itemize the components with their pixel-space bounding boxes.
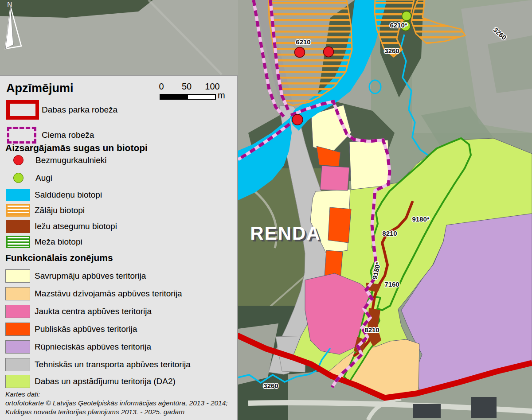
scalebar-unit: m	[218, 90, 225, 101]
grassland-swatch	[6, 204, 30, 217]
legend-item-invertebrates: Bezmugurkaulnieki	[35, 155, 107, 166]
legend-item-plants: Augi	[35, 173, 52, 183]
habitat-label: 6210	[296, 38, 310, 46]
habitat-label: 6210*	[390, 21, 407, 29]
green-dot-icon	[13, 173, 23, 183]
legend-item-freshwater: Saldūdeņu biotopi	[35, 189, 102, 201]
zone-swatch-public	[5, 323, 30, 336]
legend-item-park-boundary: Dabas parka robeža	[42, 100, 117, 120]
habitat-label: 8210	[382, 229, 397, 237]
legend-item-zone-industrial: Rūpnieciskās apbūves teritorija	[35, 340, 151, 354]
habitat-label: 3260	[384, 47, 399, 54]
zone-swatch-nature	[5, 375, 30, 388]
scalebar-tick-0: 0	[156, 82, 167, 92]
red-dot-icon	[13, 155, 23, 165]
habitat-label: 3260	[263, 382, 278, 389]
legend-item-zone-nature: Dabas un apstādījumu teritorija (DA2)	[35, 375, 176, 388]
map-credits: Kartes dati: ortofotokarte © Latvijas Ģe…	[5, 390, 228, 416]
zone-swatch-industrial	[5, 340, 30, 354]
zone-public-f	[328, 207, 351, 243]
legend-item-zone-public: Publiskās apbūves teritorija	[35, 323, 137, 336]
credits-line-2: ortofotokarte © Latvijas Ģeotelpiskās in…	[5, 399, 228, 408]
invertebrate-point	[292, 114, 303, 125]
legend-item-zone-detached: Savrupmāju apbūves teritorija	[35, 269, 146, 283]
zone-swatch-detached	[5, 269, 30, 283]
north-label: N	[7, 1, 12, 8]
legend-item-zone-mixed-centre: Jaukta centra apbūves teritorija	[35, 305, 152, 318]
credits-line-3: Kuldīgas novada teritorijas plānojums 20…	[5, 408, 228, 416]
forest-swatch	[6, 236, 30, 248]
legend-panel: Apzīmējumi 0 50 100 m Dabas parka robeža…	[0, 75, 238, 420]
map-screenshot: 6210 6210* 3260 3260 9180* 8210 9180* 71…	[0, 0, 532, 420]
plant-point	[402, 12, 411, 21]
village-boundary-swatch	[7, 127, 36, 144]
place-label-renda: RENDA RENDA	[250, 223, 322, 245]
zone-swatch-mixed-centre	[5, 305, 30, 318]
invertebrate-point	[324, 47, 334, 57]
credits-line-1: Kartes dati:	[5, 390, 228, 399]
legend-item-zone-transport: Tehniskās un transporta apbūves teritori…	[35, 358, 191, 371]
legend-item-rock-outcrop: Iežu atsegumu biotopi	[35, 220, 117, 233]
legend-item-zone-lowrise: Mazstāvu dzīvojamās apbūves teritorija	[35, 287, 182, 300]
zoning-section-header: Funkcionālais zonējums	[5, 253, 113, 263]
rock-outcrop-swatch	[6, 220, 30, 233]
species-section-header: Aizsargājamās sugas un biotopi	[5, 143, 148, 153]
scalebar-tick-50: 50	[179, 82, 195, 92]
legend-item-grassland: Zālāju biotopi	[35, 204, 85, 217]
zone-swatch-transport	[5, 358, 30, 371]
legend-item-forest: Meža biotopi	[35, 236, 82, 248]
svg-text:RENDA: RENDA	[250, 223, 321, 244]
habitat-label: 7160	[384, 280, 399, 288]
scale-bar-fill	[160, 95, 188, 99]
habitat-label: 8210	[364, 326, 379, 334]
zone-pink-c	[320, 166, 349, 191]
invertebrate-point	[295, 47, 305, 58]
zone-swatch-lowrise	[5, 287, 30, 300]
scale-bar	[160, 94, 216, 100]
legend-title: Apzīmējumi	[6, 82, 74, 95]
legend-item-village-boundary: Ciema robeža	[42, 127, 94, 144]
park-boundary-swatch	[6, 100, 39, 120]
habitat-label: 9180*	[412, 215, 429, 223]
freshwater-swatch	[6, 189, 30, 201]
